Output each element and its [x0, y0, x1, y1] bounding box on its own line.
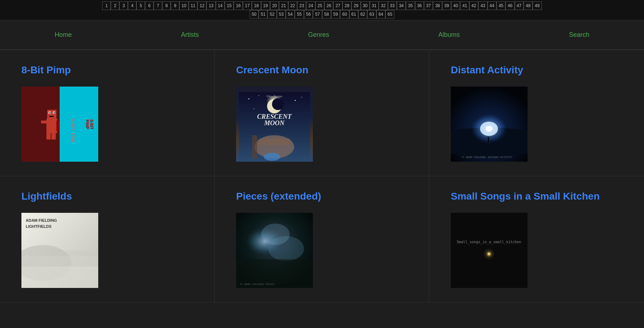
album-cover-lightfields: ADAM FIELDING LIGHTFIELDS — [21, 213, 98, 288]
svg-text:Small_songs_in_a_small_kitchen: Small_songs_in_a_small_kitchen — [457, 240, 521, 244]
page-link-21[interactable]: 21 — [279, 1, 288, 10]
album-title-distant-activity: Distant Activity — [451, 64, 623, 76]
page-link-45[interactable]: 45 — [496, 1, 505, 10]
page-link-20[interactable]: 20 — [270, 1, 279, 10]
page-link-5[interactable]: 5 — [136, 1, 145, 10]
page-link-38[interactable]: 38 — [433, 1, 442, 10]
page-link-58[interactable]: 58 — [322, 10, 331, 19]
page-link-18[interactable]: 18 — [252, 1, 261, 10]
page-link-55[interactable]: 55 — [295, 10, 304, 19]
page-link-15[interactable]: 15 — [225, 1, 234, 10]
album-cell-crescent-moon[interactable]: Crescent Moon — [215, 50, 429, 176]
page-link-14[interactable]: 14 — [216, 1, 225, 10]
page-link-43[interactable]: 43 — [478, 1, 487, 10]
nav-genres[interactable]: Genres — [286, 31, 350, 39]
page-link-27[interactable]: 27 — [333, 1, 342, 10]
page-link-34[interactable]: 34 — [397, 1, 406, 10]
album-cell-distant-activity[interactable]: Distant Activity — [429, 50, 644, 176]
nav-artists[interactable]: Artists — [160, 31, 220, 39]
page-link-10[interactable]: 10 — [179, 1, 188, 10]
page-link-30[interactable]: 30 — [361, 1, 370, 10]
album-title-small-songs: Small Songs in a Small Kitchen — [451, 191, 623, 202]
page-link-54[interactable]: 54 — [286, 10, 295, 19]
page-link-16[interactable]: 16 — [234, 1, 243, 10]
page-link-29[interactable]: 29 — [351, 1, 360, 10]
page-link-2[interactable]: 2 — [111, 1, 119, 10]
nav-home[interactable]: Home — [33, 31, 93, 39]
svg-rect-3 — [47, 110, 56, 119]
page-link-6[interactable]: 6 — [145, 1, 154, 10]
page-link-57[interactable]: 57 — [313, 10, 322, 19]
nav-search[interactable]: Search — [548, 31, 611, 39]
page-link-39[interactable]: 39 — [442, 1, 451, 10]
svg-text:ft ADAM FIELDING  PIECES: ft ADAM FIELDING PIECES — [240, 283, 274, 286]
page-link-52[interactable]: 52 — [268, 10, 276, 19]
page-link-32[interactable]: 32 — [379, 1, 388, 10]
page-link-33[interactable]: 33 — [388, 1, 397, 10]
page-link-42[interactable]: 42 — [469, 1, 478, 10]
page-link-50[interactable]: 50 — [250, 10, 259, 19]
album-cover-small-songs: Small_songs_in_a_small_kitchen — [451, 213, 528, 288]
svg-point-18 — [248, 98, 249, 99]
page-link-41[interactable]: 41 — [460, 1, 469, 10]
page-link-36[interactable]: 36 — [415, 1, 424, 10]
page-link-24[interactable]: 24 — [306, 1, 315, 10]
page-link-37[interactable]: 37 — [424, 1, 433, 10]
page-link-63[interactable]: 63 — [367, 10, 376, 19]
page-link-35[interactable]: 35 — [406, 1, 415, 10]
page-link-47[interactable]: 47 — [515, 1, 524, 10]
page-link-4[interactable]: 4 — [128, 1, 136, 10]
page-link-28[interactable]: 28 — [343, 1, 351, 10]
album-title-pieces: Pieces (extended) — [236, 191, 408, 202]
svg-point-56 — [484, 249, 494, 259]
page-link-3[interactable]: 3 — [119, 1, 128, 10]
page-link-11[interactable]: 11 — [189, 1, 198, 10]
page-link-48[interactable]: 48 — [524, 1, 533, 10]
svg-point-19 — [259, 95, 259, 96]
page-link-25[interactable]: 25 — [315, 1, 324, 10]
page-link-56[interactable]: 56 — [304, 10, 313, 19]
svg-rect-35 — [488, 138, 489, 142]
album-cover-distant-activity: ft ADAM FIELDING DISTANT ACTIVITY — [451, 87, 528, 162]
album-grid: 8-Bit Pimp — [0, 50, 644, 303]
page-link-44[interactable]: 44 — [488, 1, 496, 10]
album-cell-pieces[interactable]: Pieces (extended) — [215, 176, 429, 303]
page-link-23[interactable]: 23 — [297, 1, 306, 10]
pagination-row-2: 50515253545556575859606162636465 — [0, 10, 644, 19]
page-link-62[interactable]: 62 — [358, 10, 367, 19]
page-link-7[interactable]: 7 — [154, 1, 162, 10]
svg-rect-7 — [54, 112, 55, 113]
album-cell-small-songs[interactable]: Small Songs in a Small Kitchen Small_son… — [429, 176, 644, 303]
nav-albums[interactable]: Albums — [417, 31, 481, 39]
page-link-53[interactable]: 53 — [277, 10, 286, 19]
page-link-59[interactable]: 59 — [331, 10, 340, 19]
album-title-8bit-pimp: 8-Bit Pimp — [21, 64, 193, 76]
page-link-1[interactable]: 1 — [102, 1, 111, 10]
svg-rect-1 — [60, 87, 98, 162]
page-link-22[interactable]: 22 — [288, 1, 297, 10]
svg-rect-10 — [46, 132, 51, 139]
svg-point-36 — [488, 137, 489, 138]
page-link-31[interactable]: 31 — [370, 1, 379, 10]
svg-point-22 — [254, 108, 254, 109]
page-link-46[interactable]: 46 — [505, 1, 514, 10]
page-link-65[interactable]: 65 — [385, 10, 394, 19]
page-link-64[interactable]: 64 — [376, 10, 385, 19]
album-cell-8bit-pimp[interactable]: 8-Bit Pimp — [0, 50, 215, 176]
page-link-26[interactable]: 26 — [324, 1, 333, 10]
page-link-12[interactable]: 12 — [198, 1, 206, 10]
svg-point-17 — [272, 98, 284, 110]
page-link-51[interactable]: 51 — [259, 10, 268, 19]
page-link-60[interactable]: 60 — [340, 10, 349, 19]
svg-point-21 — [301, 97, 302, 98]
page-link-49[interactable]: 49 — [533, 1, 541, 10]
page-link-40[interactable]: 40 — [451, 1, 460, 10]
pagination-row-1: 1234567891011121314151617181920212223242… — [0, 1, 644, 10]
page-link-13[interactable]: 13 — [206, 1, 215, 10]
page-link-8[interactable]: 8 — [162, 1, 171, 10]
page-link-9[interactable]: 9 — [171, 1, 179, 10]
page-link-61[interactable]: 61 — [349, 10, 358, 19]
page-link-19[interactable]: 19 — [261, 1, 270, 10]
page-link-17[interactable]: 17 — [243, 1, 252, 10]
album-cell-lightfields[interactable]: Lightfields ADAM FIELDING — [0, 176, 215, 303]
